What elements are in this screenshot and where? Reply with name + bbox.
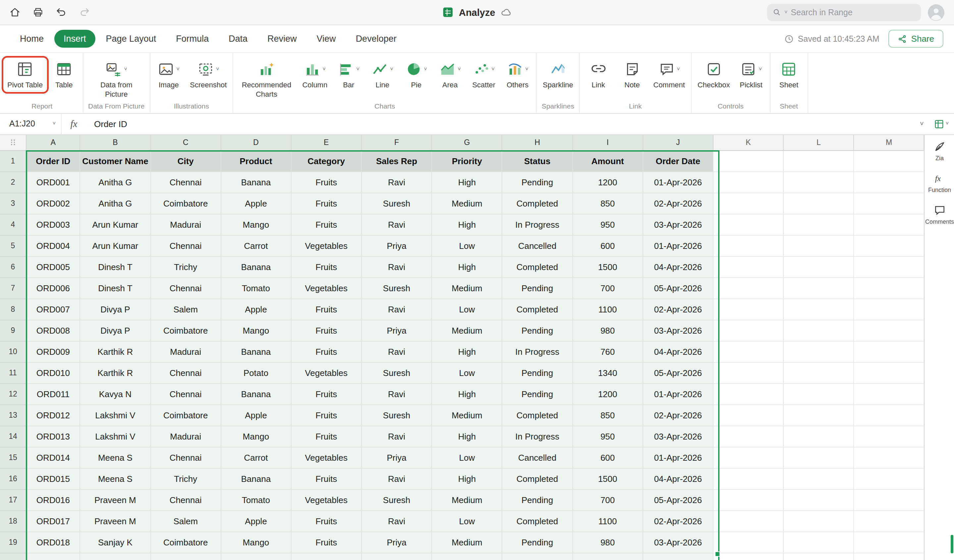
pie-chart-button[interactable]: ˅Pie	[400, 58, 433, 92]
cell-C13[interactable]: Coimbatore	[151, 405, 221, 426]
cell-K18[interactable]	[714, 511, 784, 532]
data-from-picture-button[interactable]: ˅Data from Picture	[85, 58, 147, 101]
cell-E5[interactable]: Vegetables	[292, 235, 362, 257]
cell-L1[interactable]	[784, 151, 854, 172]
select-all-corner[interactable]	[0, 135, 26, 151]
print-icon[interactable]	[33, 6, 44, 18]
cell-H12[interactable]: Pending	[502, 384, 573, 405]
cell-F8[interactable]: Ravi	[362, 299, 432, 320]
cell-F16[interactable]: Ravi	[362, 468, 432, 490]
cell-J20[interactable]: 04-Apr-2026	[643, 553, 714, 560]
cell-K1[interactable]	[714, 151, 784, 172]
cell-L12[interactable]	[784, 384, 854, 405]
row-header-20[interactable]: 20	[0, 553, 26, 560]
cell-D9[interactable]: Mango	[221, 320, 291, 341]
formula-bar-expand-icon[interactable]: ˅	[920, 120, 924, 127]
cell-I8[interactable]: 1100	[573, 299, 643, 320]
cell-L3[interactable]	[784, 193, 854, 214]
cell-E1[interactable]: Category	[292, 151, 362, 172]
row-header-1[interactable]: 1	[0, 151, 26, 172]
cell-C15[interactable]: Chennai	[151, 447, 221, 468]
cell-I4[interactable]: 950	[573, 214, 643, 235]
cell-D1[interactable]: Product	[221, 151, 291, 172]
cell-H20[interactable]: In Progress	[502, 553, 573, 560]
cell-F10[interactable]: Ravi	[362, 341, 432, 362]
cell-F11[interactable]: Suresh	[362, 362, 432, 384]
cell-B14[interactable]: Lakshmi V	[81, 426, 151, 447]
cell-A5[interactable]: ORD004	[26, 235, 81, 257]
column-header-B[interactable]: B	[81, 135, 151, 151]
cell-E9[interactable]: Fruits	[292, 320, 362, 341]
avatar[interactable]	[928, 4, 945, 21]
cell-J14[interactable]: 03-Apr-2026	[643, 426, 714, 447]
cell-I2[interactable]: 1200	[573, 172, 643, 193]
cell-C16[interactable]: Trichy	[151, 468, 221, 490]
row-header-11[interactable]: 11	[0, 362, 26, 384]
cell-G2[interactable]: High	[432, 172, 502, 193]
column-header-I[interactable]: I	[573, 135, 643, 151]
cell-M7[interactable]	[854, 278, 924, 299]
cell-F20[interactable]: Ravi	[362, 553, 432, 560]
cell-H19[interactable]: Pending	[502, 532, 573, 553]
cell-G15[interactable]: Low	[432, 447, 502, 468]
column-header-A[interactable]: A	[26, 135, 81, 151]
fill-handle[interactable]	[715, 551, 720, 557]
cell-A20[interactable]: ORD019	[26, 553, 81, 560]
cell-K15[interactable]	[714, 447, 784, 468]
column-header-E[interactable]: E	[292, 135, 362, 151]
cell-C12[interactable]: Chennai	[151, 384, 221, 405]
column-header-D[interactable]: D	[221, 135, 291, 151]
cell-J1[interactable]: Order Date	[643, 151, 714, 172]
cell-J8[interactable]: 02-Apr-2026	[643, 299, 714, 320]
cell-A8[interactable]: ORD007	[26, 299, 81, 320]
cell-E8[interactable]: Fruits	[292, 299, 362, 320]
row-header-9[interactable]: 9	[0, 320, 26, 341]
cell-J7[interactable]: 05-Apr-2026	[643, 278, 714, 299]
column-header-M[interactable]: M	[854, 135, 924, 151]
cell-A4[interactable]: ORD003	[26, 214, 81, 235]
image-button[interactable]: ˅Image	[152, 58, 185, 92]
cell-B18[interactable]: Praveen M	[81, 511, 151, 532]
cell-G13[interactable]: Medium	[432, 405, 502, 426]
cell-M3[interactable]	[854, 193, 924, 214]
cell-D20[interactable]: Banana	[221, 553, 291, 560]
cell-F7[interactable]: Suresh	[362, 278, 432, 299]
cell-G11[interactable]: Low	[432, 362, 502, 384]
cell-B10[interactable]: Karthik R	[81, 341, 151, 362]
column-header-J[interactable]: J	[643, 135, 714, 151]
cell-E18[interactable]: Fruits	[292, 511, 362, 532]
cell-M15[interactable]	[854, 447, 924, 468]
cell-L15[interactable]	[784, 447, 854, 468]
table-button[interactable]: Table	[47, 58, 81, 92]
cell-A11[interactable]: ORD010	[26, 362, 81, 384]
row-header-13[interactable]: 13	[0, 405, 26, 426]
cell-C14[interactable]: Madurai	[151, 426, 221, 447]
cell-D7[interactable]: Tomato	[221, 278, 291, 299]
cell-M16[interactable]	[854, 468, 924, 490]
cell-G3[interactable]: Medium	[432, 193, 502, 214]
cell-H7[interactable]: Pending	[502, 278, 573, 299]
cell-H11[interactable]: Pending	[502, 362, 573, 384]
cell-L6[interactable]	[784, 257, 854, 278]
cell-F18[interactable]: Ravi	[362, 511, 432, 532]
tab-review[interactable]: Review	[258, 30, 306, 48]
tab-view[interactable]: View	[307, 30, 345, 48]
search-input[interactable]	[791, 8, 915, 17]
column-chart-button[interactable]: ˅Column	[298, 58, 332, 92]
cell-E20[interactable]: Fruits	[292, 553, 362, 560]
cell-K7[interactable]	[714, 278, 784, 299]
cell-E17[interactable]: Vegetables	[292, 490, 362, 511]
cell-L16[interactable]	[784, 468, 854, 490]
cell-L20[interactable]	[784, 553, 854, 560]
cell-C1[interactable]: City	[151, 151, 221, 172]
recommended-charts-button[interactable]: Recommended Charts	[235, 58, 298, 101]
checkbox-button[interactable]: Checkbox	[694, 58, 734, 92]
cell-G20[interactable]: High	[432, 553, 502, 560]
sparkline-button[interactable]: Sparkline	[539, 58, 577, 92]
row-header-12[interactable]: 12	[0, 384, 26, 405]
cell-F15[interactable]: Priya	[362, 447, 432, 468]
cell-M11[interactable]	[854, 362, 924, 384]
cell-M4[interactable]	[854, 214, 924, 235]
cell-M18[interactable]	[854, 511, 924, 532]
cell-A7[interactable]: ORD006	[26, 278, 81, 299]
